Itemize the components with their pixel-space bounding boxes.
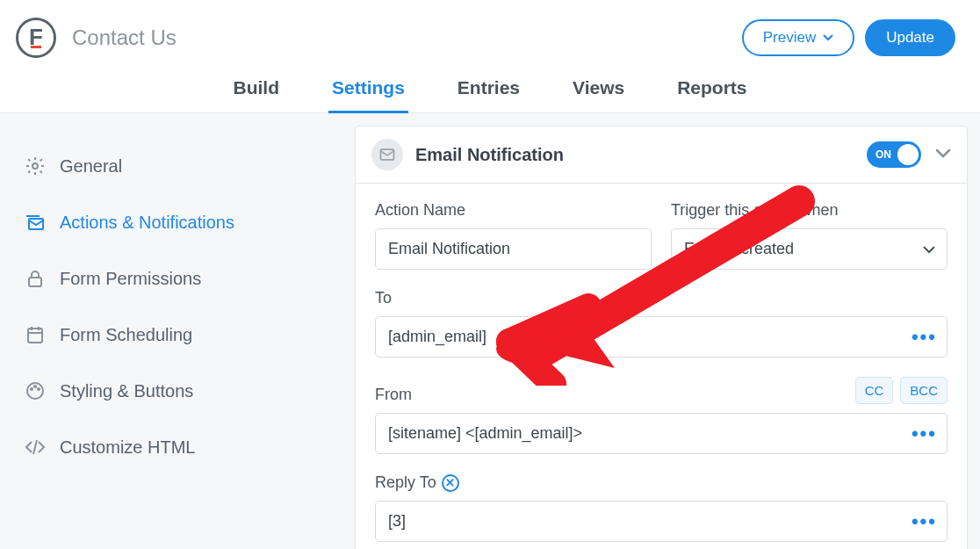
sidebar-item-scheduling[interactable]: Form Scheduling [0,307,342,363]
tab-entries[interactable]: Entries [454,67,523,113]
svg-rect-3 [28,329,42,343]
reply-to-label-text: Reply To [375,473,436,492]
sidebar-item-label: Form Permissions [60,269,201,289]
email-notification-panel: Email Notification ON Action Name Trig [355,126,968,549]
toggle-label: ON [876,148,891,161]
sidebar-item-label: Customize HTML [60,437,195,458]
code-icon [25,437,46,458]
bcc-button[interactable]: BCC [900,377,948,404]
toggle-knob [897,144,919,165]
tab-build[interactable]: Build [229,67,283,113]
update-button[interactable]: Update [865,19,955,56]
more-options-icon[interactable]: ••• [912,328,937,347]
sidebar-item-label: Form Scheduling [60,325,192,345]
mail-icon [371,139,403,170]
gear-icon [25,155,46,177]
lock-icon [25,268,46,289]
panel-title: Email Notification [415,145,867,165]
calendar-icon [25,324,46,345]
settings-sidebar: General Actions & Notifications Form Per… [0,113,342,549]
cc-button[interactable]: CC [855,377,894,404]
action-name-input[interactable] [375,228,652,270]
sidebar-item-customize-html[interactable]: Customize HTML [0,419,342,475]
from-input[interactable] [375,413,948,454]
action-name-label: Action Name [375,201,652,220]
preview-label: Preview [763,29,816,47]
more-options-icon[interactable]: ••• [912,512,937,531]
reply-to-input[interactable] [375,501,948,542]
mail-stack-icon [25,212,46,233]
sidebar-item-label: Actions & Notifications [60,213,234,233]
sidebar-item-label: General [60,156,122,177]
tab-settings[interactable]: Settings [328,67,408,113]
app-logo: F [16,18,56,58]
logo-accent [31,46,41,48]
reply-to-label: Reply To ✕ [375,473,948,492]
svg-point-0 [32,163,38,169]
preview-button[interactable]: Preview [742,19,854,56]
sidebar-item-styling[interactable]: Styling & Buttons [0,363,342,419]
page-title: Contact Us [72,25,177,50]
svg-rect-2 [29,278,41,286]
from-label: From [375,386,412,404]
sidebar-item-label: Styling & Buttons [60,381,193,401]
tab-reports[interactable]: Reports [674,67,750,113]
tab-views[interactable]: Views [569,67,628,113]
tabs-nav: Build Settings Entries Views Reports [0,67,980,113]
trigger-label: Trigger this action when [671,201,948,220]
update-label: Update [886,29,934,46]
sidebar-item-permissions[interactable]: Form Permissions [0,250,342,307]
to-label: To [375,289,948,307]
collapse-chevron-icon[interactable] [935,147,951,163]
to-input[interactable] [375,316,948,358]
caret-down-icon [823,34,833,41]
svg-point-5 [31,388,32,390]
svg-point-7 [38,388,40,390]
trigger-select[interactable] [671,228,948,270]
sidebar-item-general[interactable]: General [0,138,342,194]
notification-toggle[interactable]: ON [867,141,921,168]
clear-reply-to-icon[interactable]: ✕ [442,474,459,492]
more-options-icon[interactable]: ••• [912,424,937,444]
svg-point-6 [34,386,36,387]
sidebar-item-actions[interactable]: Actions & Notifications [0,194,342,250]
palette-icon [25,380,46,401]
chevron-down-icon [923,242,935,257]
